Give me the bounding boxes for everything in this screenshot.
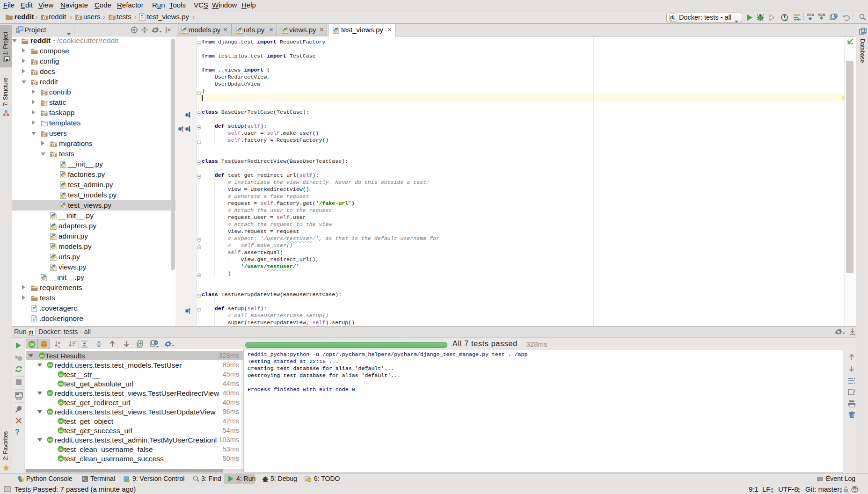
svg-text:OK: OK (59, 429, 64, 432)
svg-text:dj: dj (670, 15, 675, 20)
svg-text:z: z (58, 344, 60, 348)
svg-text:dj: dj (29, 329, 33, 334)
svg-text:OK: OK (59, 448, 64, 451)
svg-text:OK: OK (59, 373, 64, 376)
svg-text:VCS: VCS (807, 13, 814, 17)
svg-text:OK: OK (48, 392, 53, 395)
svg-text:OK: OK (40, 355, 45, 357)
svg-text:OK: OK (29, 343, 34, 346)
svg-text:OK: OK (59, 420, 64, 423)
svg-text:OK: OK (59, 401, 64, 404)
svg-text:OK: OK (48, 364, 53, 367)
svg-text:OK: OK (48, 439, 53, 442)
svg-text:OK: OK (48, 411, 53, 414)
svg-text:OK: OK (59, 383, 64, 385)
svg-text:OK: OK (59, 458, 64, 460)
